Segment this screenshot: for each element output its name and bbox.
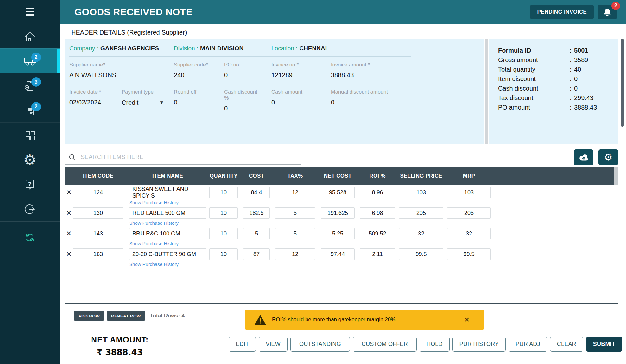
pur-history-button[interactable]: PUR HISTORY	[452, 337, 506, 352]
pending-invoice-button[interactable]: PENDING INVOICE	[530, 5, 594, 19]
quantity-input[interactable]: 10	[209, 187, 238, 198]
cost-input[interactable]: 87	[243, 248, 270, 260]
item-code-input[interactable]: 124	[73, 187, 123, 198]
custom-offer-button[interactable]: CUSTOM OFFER	[353, 337, 417, 352]
selling-price-input[interactable]: 99.5	[399, 248, 443, 260]
sidebar-item-purchase-invoices[interactable]: 2	[0, 98, 60, 122]
mrp-input[interactable]: 32	[447, 228, 491, 239]
item-name-input[interactable]: BRU R&G 100 GM	[129, 228, 206, 239]
sidebar-item-modules[interactable]	[0, 122, 60, 147]
invoice-no-field[interactable]: 121289	[271, 72, 321, 79]
summary-separator: :	[567, 74, 574, 84]
cash-discount-pct-field[interactable]: 0	[224, 105, 262, 112]
manual-discount-field[interactable]: 0	[331, 99, 401, 106]
clear-button[interactable]: CLEAR	[550, 337, 583, 352]
net-amount-label: NET AMOUNT:	[72, 335, 167, 345]
invoice-date-field-block: Invoice date * 02/02/2024	[69, 89, 112, 117]
table-scrollbar[interactable]	[614, 167, 618, 185]
delete-row-button[interactable]: ✕	[65, 189, 73, 196]
warning-close-icon[interactable]: ✕	[464, 316, 470, 323]
invoice-date-field[interactable]: 02/02/2024	[69, 99, 112, 106]
selling-price-input[interactable]: 205	[399, 207, 443, 219]
selling-price-input[interactable]: 103	[399, 187, 443, 198]
cost-input[interactable]: 5	[243, 228, 270, 239]
cost-input[interactable]: 182.5	[243, 207, 270, 219]
show-purchase-history-link[interactable]: Show Purchase History	[129, 261, 179, 267]
hamburger-menu-icon[interactable]	[0, 0, 60, 24]
mrp-input[interactable]: 205	[447, 207, 491, 219]
sidebar-item-settings[interactable]: ⚙	[0, 147, 60, 172]
submit-button[interactable]: SUBMIT	[586, 337, 622, 352]
invoice-amount-field[interactable]: 3888.43	[331, 72, 401, 79]
row-controls: ADD ROW REPEAT ROW Total Rows: 4	[65, 311, 185, 321]
net-cost-input[interactable]: 5.25	[321, 228, 355, 239]
search-input[interactable]	[81, 154, 283, 160]
notifications-button[interactable]: 2	[598, 5, 617, 19]
item-name-input[interactable]: KISSAN SWEET AND SPICY S	[129, 187, 206, 198]
tax-input[interactable]: 5	[275, 228, 315, 239]
pur-adj-button[interactable]: PUR ADJ	[509, 337, 547, 352]
upload-button[interactable]	[574, 149, 593, 165]
company-label: Company :	[69, 45, 98, 52]
tax-input[interactable]: 5	[275, 207, 315, 219]
delete-row-button[interactable]: ✕	[65, 250, 73, 258]
purchase-invoices-badge: 2	[31, 102, 41, 111]
mrp-input[interactable]: 99.5	[447, 248, 491, 260]
sidebar-item-approved-documents[interactable]: 3	[0, 73, 60, 98]
hold-button[interactable]: HOLD	[420, 337, 450, 352]
roi-input[interactable]: 2.11	[360, 248, 395, 260]
summary-label: Tax discount	[498, 93, 567, 103]
mrp-input[interactable]: 103	[447, 187, 491, 198]
show-purchase-history-link[interactable]: Show Purchase History	[129, 200, 179, 205]
help-icon: ?	[23, 178, 37, 191]
grid-icon	[23, 128, 37, 142]
summary-value: 0	[574, 84, 578, 93]
outstanding-button[interactable]: OUTSTANDING	[290, 337, 350, 352]
cost-input[interactable]: 84.4	[243, 187, 270, 198]
cash-amount-field[interactable]: 0	[271, 99, 321, 106]
net-cost-input[interactable]: 191.625	[321, 207, 355, 219]
roi-input[interactable]: 6.98	[360, 207, 395, 219]
panel-scrollbar[interactable]	[485, 39, 488, 144]
delete-row-button[interactable]: ✕	[65, 209, 73, 217]
show-purchase-history-link[interactable]: Show Purchase History	[129, 241, 179, 246]
sidebar-item-home[interactable]	[0, 24, 60, 48]
tax-input[interactable]: 12	[275, 187, 315, 198]
quantity-input[interactable]: 10	[209, 207, 238, 219]
round-off-field[interactable]: 0	[174, 99, 215, 106]
selling-price-input[interactable]: 32	[399, 228, 443, 239]
delete-row-button[interactable]: ✕	[65, 230, 73, 237]
payment-type-select[interactable]: Credit ▼	[122, 99, 164, 106]
hamburger-bar	[26, 11, 34, 13]
item-name-input[interactable]: 20-20 C-BUTTER 90 GM	[129, 248, 206, 260]
supplier-code-field[interactable]: 240	[174, 72, 215, 79]
repeat-row-button[interactable]: REPEAT ROW	[107, 311, 145, 321]
tax-input[interactable]: 12	[275, 248, 315, 260]
page-scrollbar-thumb[interactable]	[621, 39, 624, 127]
show-purchase-history-link[interactable]: Show Purchase History	[129, 220, 179, 226]
add-row-button[interactable]: ADD ROW	[74, 311, 104, 321]
po-no-field[interactable]: 0	[224, 72, 262, 79]
edit-button[interactable]: EDIT	[229, 337, 256, 352]
supplier-name-field[interactable]: A N WALI SONS	[69, 72, 164, 79]
summary-value: 0	[574, 74, 578, 84]
roi-input[interactable]: 509.52	[360, 228, 395, 239]
item-code-input[interactable]: 163	[73, 248, 123, 260]
table-settings-button[interactable]: ⚙	[598, 149, 618, 165]
hamburger-bar	[26, 14, 34, 16]
sidebar-item-help[interactable]: ?	[0, 172, 60, 197]
item-code-input[interactable]: 130	[73, 207, 123, 219]
net-cost-input[interactable]: 95.528	[321, 187, 355, 198]
view-button[interactable]: VIEW	[259, 337, 288, 352]
location-block: Location :CHENNAI	[271, 42, 411, 57]
sidebar-item-goods-received[interactable]: 2	[0, 48, 60, 73]
summary-separator: :	[567, 103, 574, 112]
quantity-input[interactable]: 10	[209, 248, 238, 260]
sidebar-item-sync[interactable]	[0, 221, 60, 253]
net-cost-input[interactable]: 97.44	[321, 248, 355, 260]
quantity-input[interactable]: 10	[209, 228, 238, 239]
item-name-input[interactable]: RED LABEL 500 GM	[129, 207, 206, 219]
item-code-input[interactable]: 143	[73, 228, 123, 239]
sidebar-item-logout[interactable]	[0, 197, 60, 221]
roi-input[interactable]: 8.96	[360, 187, 395, 198]
